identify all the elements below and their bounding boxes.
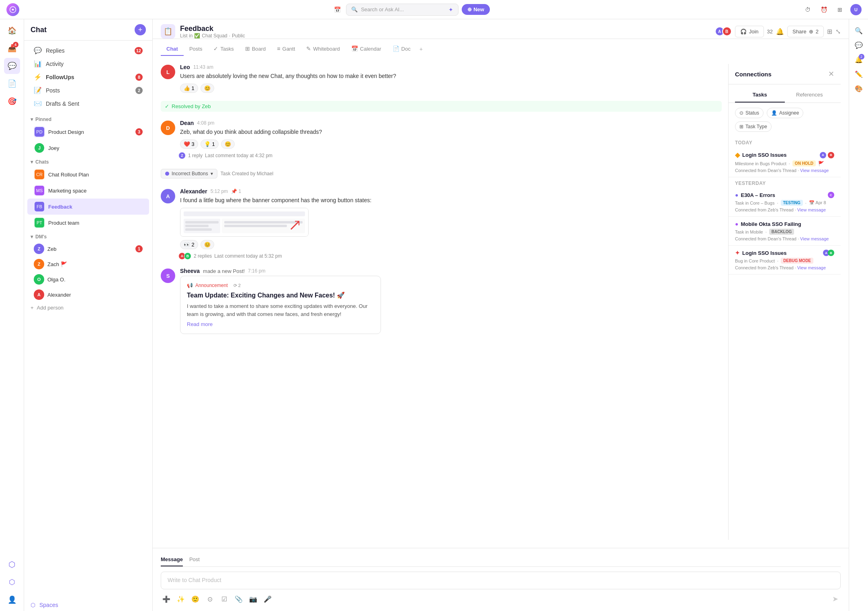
chats-section-header[interactable]: ▾ Chats: [24, 156, 152, 166]
bell-icon[interactable]: 🔔: [776, 28, 784, 35]
mic-tool[interactable]: 🎤: [262, 593, 273, 605]
sidebar-item-chat[interactable]: 💬: [4, 58, 20, 74]
channel-product-design[interactable]: PD Product Design 3: [27, 124, 149, 140]
input-tab-post[interactable]: Post: [189, 555, 200, 566]
mention-tool[interactable]: ⊙: [204, 593, 215, 605]
nav-followups[interactable]: ⚡ FollowUps 8: [27, 70, 149, 84]
dean-reaction-3[interactable]: 😊: [221, 139, 235, 149]
conn-item-login-sso-today[interactable]: ◆ Login SSO Issues A B Milestone in Bugs…: [729, 147, 841, 177]
channel-joey[interactable]: J Joey: [27, 140, 149, 156]
alexander-reply-info[interactable]: A B 2 replies Last comment today at 5:32…: [180, 252, 722, 260]
nav-posts[interactable]: 📝 Posts 2: [27, 84, 149, 97]
channel-feedback[interactable]: FB Feedback: [27, 199, 149, 215]
alexander-reaction-2[interactable]: 😊: [201, 240, 214, 249]
channel-product-team[interactable]: PT Product team: [27, 215, 149, 231]
right-edit-icon[interactable]: ✏️: [852, 68, 865, 80]
right-notif-icon[interactable]: 🔔 2: [852, 53, 865, 66]
search-bar[interactable]: 🔍 Search or Ask AI... ✦: [346, 4, 459, 16]
right-palette-icon[interactable]: 🎨: [852, 82, 865, 95]
view-message-3[interactable]: View message: [800, 236, 829, 241]
filter-task-type[interactable]: ⊞ Task Type: [735, 121, 772, 132]
dm-zach[interactable]: Z Zach 🚩: [27, 256, 149, 272]
layout-icon[interactable]: ⊞: [827, 28, 832, 35]
view-message-4[interactable]: View message: [797, 265, 826, 270]
filter-assignee[interactable]: 👤 Assignee: [767, 108, 803, 118]
sidebar-item-inbox[interactable]: 📥 4: [4, 40, 20, 56]
tab-gantt[interactable]: ≡ Gantt: [271, 42, 301, 56]
send-button[interactable]: ➤: [829, 593, 841, 605]
input-tab-message[interactable]: Message: [161, 555, 183, 566]
nav-drafts[interactable]: ✉️ Drafts & Sent: [27, 97, 149, 110]
post-card[interactable]: 📢 Announcement ⟳ 2 Team Update: Exciting…: [180, 276, 381, 334]
tasks-tab-label: Tasks: [220, 46, 233, 52]
tab-chat[interactable]: Chat: [161, 43, 184, 56]
connections-close-button[interactable]: ✕: [828, 70, 834, 78]
view-message-1[interactable]: View message: [800, 168, 829, 173]
new-button[interactable]: ⊕ New: [462, 4, 490, 15]
mock-topbar: [184, 211, 305, 216]
ai-tool[interactable]: ✨: [175, 593, 186, 605]
attach-tool[interactable]: 📎: [233, 593, 244, 605]
nav-replies[interactable]: 💬 Replies 12: [27, 44, 149, 57]
conn-item-header-4: ✦ Login SSO Issues A B: [735, 250, 834, 256]
dm-olga[interactable]: O Olga O.: [27, 272, 149, 287]
right-chat-icon[interactable]: 💬: [852, 39, 865, 51]
dean-reply-info[interactable]: Z 1 reply Last comment today at 4:32 pm: [180, 152, 722, 159]
spaces-nav-item[interactable]: ⬡ Spaces: [24, 599, 152, 611]
dean-reaction-1[interactable]: ❤️ 3: [180, 139, 198, 149]
stopwatch-icon[interactable]: ⏰: [818, 4, 829, 15]
dms-section-header[interactable]: ▾ DM's: [24, 231, 152, 241]
conn-item-e30a[interactable]: ● E30A – Errors C Task in Core – Bugs · …: [729, 188, 841, 217]
task-badge[interactable]: Incorrect Buttons ▾: [161, 169, 217, 178]
dm-zeb[interactable]: Z Zeb 1: [27, 241, 149, 256]
conn-tab-references[interactable]: References: [785, 89, 835, 103]
image-attachment[interactable]: [180, 208, 309, 237]
sidebar-item-more[interactable]: ⬡: [4, 556, 20, 572]
pinned-section-header[interactable]: ▾ Pinned: [24, 113, 152, 124]
apps-icon[interactable]: ⊞: [834, 4, 845, 15]
channel-chat-rollout[interactable]: CR Chat Rollout Plan: [27, 166, 149, 182]
leo-reaction-1[interactable]: 👍 1: [180, 84, 198, 93]
conn-item-login-sso-yesterday[interactable]: ✦ Login SSO Issues A B Bug in Core Produ…: [729, 246, 841, 275]
user-avatar[interactable]: U: [850, 4, 862, 15]
read-more-link[interactable]: Read more: [187, 321, 374, 327]
leo-reaction-2[interactable]: 😊: [201, 84, 214, 93]
channel-marketing[interactable]: MS Marketing space: [27, 182, 149, 199]
alexander-reaction-1[interactable]: 👀 2: [180, 240, 198, 249]
dm-alexander[interactable]: A Alexander: [27, 287, 149, 302]
sidebar-item-user[interactable]: 👤: [4, 592, 20, 608]
tab-doc[interactable]: 📄 Doc: [387, 42, 416, 56]
share-button[interactable]: Share ⊕ 2: [787, 26, 824, 37]
task-type-filter-label: Task Type: [745, 124, 767, 129]
tab-board[interactable]: ⊞ Board: [240, 42, 272, 56]
message-input[interactable]: Write to Chat Product: [161, 572, 841, 589]
app-logo[interactable]: [6, 3, 19, 16]
sidebar-item-home[interactable]: 🏠: [4, 23, 20, 39]
right-search-icon[interactable]: 🔍: [852, 24, 865, 37]
sidebar-item-docs[interactable]: 📄: [4, 76, 20, 92]
tab-tasks[interactable]: ✓ Tasks: [208, 42, 239, 56]
nav-activity[interactable]: 📊 Activity: [27, 57, 149, 70]
tab-whiteboard[interactable]: ✎ Whiteboard: [301, 42, 345, 56]
filter-status[interactable]: ⊙ Status: [735, 108, 764, 118]
tab-add-button[interactable]: +: [416, 43, 426, 55]
sidebar-item-goals[interactable]: 🎯: [4, 93, 20, 109]
tab-calendar[interactable]: 📅 Calendar: [346, 42, 387, 56]
camera-tool[interactable]: 📷: [248, 593, 259, 605]
tab-posts[interactable]: Posts: [184, 43, 208, 56]
activity-label: Activity: [46, 61, 143, 67]
view-message-2[interactable]: View message: [797, 207, 826, 212]
timer-icon[interactable]: ⏱: [802, 4, 813, 15]
dean-reaction-2[interactable]: 💡 1: [201, 139, 219, 149]
sidebar-item-spaces[interactable]: ⬡: [4, 574, 20, 590]
add-tool[interactable]: ➕: [161, 593, 172, 605]
join-button[interactable]: 🎧 Join: [735, 26, 764, 37]
conn-item-mobile-okta[interactable]: ● Mobile Okta SSO Failing Task in Mobile…: [729, 217, 841, 246]
chat-panel-add-button[interactable]: +: [135, 24, 146, 35]
calendar-icon[interactable]: 📅: [332, 4, 343, 15]
task-tool[interactable]: ☑: [219, 593, 230, 605]
expand-icon[interactable]: ⤡: [835, 28, 841, 35]
add-person-button[interactable]: + Add person: [24, 302, 152, 313]
emoji-tool[interactable]: 🙂: [190, 593, 201, 605]
conn-tab-tasks[interactable]: Tasks: [735, 89, 785, 103]
